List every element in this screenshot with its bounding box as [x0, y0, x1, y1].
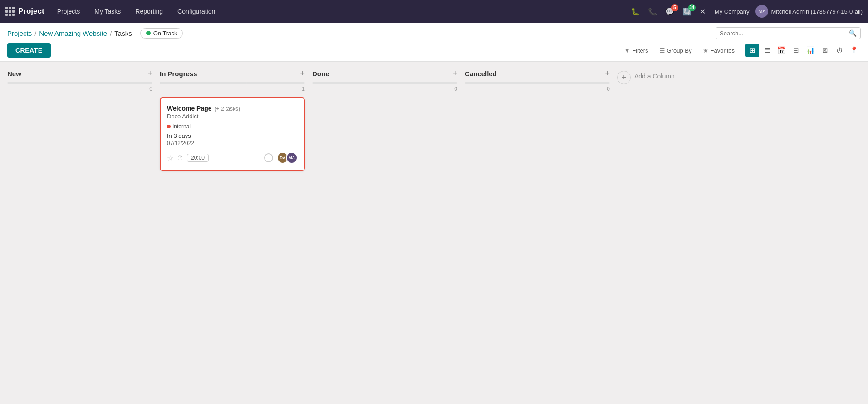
column-cancelled-title: Cancelled — [465, 70, 497, 78]
card-footer: ☆ ⏱ 20:00 DA MA — [167, 152, 298, 164]
chat-icon[interactable]: 💬 5 — [662, 5, 677, 18]
card-footer-right: DA MA — [264, 152, 298, 164]
nav-my-tasks[interactable]: My Tasks — [89, 4, 126, 19]
card-clock-icon[interactable]: ⏱ — [177, 154, 183, 161]
add-column-label: Add a Column — [634, 73, 675, 80]
settings-icon[interactable]: ✕ — [697, 5, 708, 18]
grid-icon — [5, 7, 15, 16]
breadcrumb: Projects / New Amazing Website / Tasks O… — [7, 28, 716, 39]
card-status-circle[interactable] — [264, 153, 273, 162]
user-menu[interactable]: MA Mitchell Admin (17357797-15-0-all) — [755, 5, 863, 18]
view-list[interactable]: ☰ — [760, 44, 774, 57]
bug-icon[interactable]: 🐛 — [628, 5, 642, 18]
nav-configuration[interactable]: Configuration — [172, 4, 221, 19]
breadcrumb-projects[interactable]: Projects — [7, 29, 32, 37]
card-star-icon[interactable]: ☆ — [167, 154, 173, 162]
column-new-title: New — [7, 70, 21, 78]
card-date: 07/12/2022 — [167, 140, 298, 146]
column-new: New + 0 — [7, 69, 152, 386]
column-in-progress-add[interactable]: + — [300, 69, 305, 78]
updates-badge: 34 — [688, 4, 696, 11]
filter-icon: ▼ — [624, 47, 630, 54]
column-done-header: Done + — [312, 69, 457, 78]
view-kanban[interactable]: ⊞ — [745, 44, 759, 57]
chat-badge: 5 — [671, 4, 678, 11]
updates-icon[interactable]: 🔄 34 — [680, 5, 694, 18]
column-new-count: 0 — [7, 86, 152, 92]
star-icon: ★ — [703, 47, 709, 54]
status-badge[interactable]: On Track — [140, 28, 183, 39]
status-dot — [146, 31, 151, 35]
column-new-add[interactable]: + — [147, 69, 152, 78]
add-column-button[interactable]: + — [617, 71, 631, 84]
tag-label-internal: Internal — [172, 123, 191, 130]
view-pivot[interactable]: ⊠ — [818, 44, 832, 57]
card-title: Welcome Page — [167, 105, 212, 112]
card-tag: Internal — [167, 123, 191, 130]
view-calendar[interactable]: 📅 — [775, 44, 788, 57]
card-due: In 3 days — [167, 132, 298, 139]
app-name: Project — [18, 7, 44, 16]
column-done-progress-bar — [312, 82, 457, 84]
toolbar: CREATE ▼ Filters ☰ Group By ★ Favorites … — [0, 39, 868, 62]
column-done-title: Done — [312, 70, 329, 78]
view-chart[interactable]: 📊 — [804, 44, 817, 57]
view-clock[interactable]: ⏱ — [833, 44, 846, 57]
column-in-progress-count: 1 — [160, 86, 305, 92]
toolbar-right: ▼ Filters ☰ Group By ★ Favorites ⊞ ☰ 📅 ⊟… — [620, 44, 861, 57]
card-subtask-count: (+ 2 tasks) — [215, 106, 240, 112]
column-cancelled-add[interactable]: + — [605, 69, 610, 78]
top-navigation: Project Projects My Tasks Reporting Conf… — [0, 0, 868, 23]
column-cancelled: Cancelled + 0 — [465, 69, 610, 386]
group-by-label: Group By — [667, 47, 692, 54]
status-label: On Track — [153, 30, 177, 37]
column-in-progress-title: In Progress — [160, 70, 197, 78]
column-new-progress-bar — [7, 82, 152, 84]
card-customer: Deco Addict — [167, 113, 298, 120]
card-time-badge: 20:00 — [187, 154, 209, 162]
topnav-icons: 🐛 📞 💬 5 🔄 34 ✕ My Company MA Mitchell Ad… — [628, 5, 863, 18]
column-in-progress: In Progress + 1 Welcome Page (+ 2 tasks)… — [160, 69, 305, 386]
create-button[interactable]: CREATE — [7, 43, 51, 58]
column-done-count: 0 — [312, 86, 457, 92]
view-map[interactable]: 📍 — [847, 44, 861, 57]
column-in-progress-bar — [160, 82, 305, 84]
filters-label: Filters — [632, 47, 648, 54]
column-cancelled-header: Cancelled + — [465, 69, 610, 78]
favorites-label: Favorites — [711, 47, 735, 54]
search-bar[interactable]: 🔍 — [716, 27, 861, 39]
column-done-add[interactable]: + — [452, 69, 457, 78]
toolbar-left: CREATE — [7, 43, 51, 58]
favorites-action[interactable]: ★ Favorites — [699, 45, 738, 56]
card-avatar-2: MA — [286, 152, 298, 164]
breadcrumb-tasks: Tasks — [114, 29, 132, 37]
nav-projects[interactable]: Projects — [52, 4, 86, 19]
group-by-action[interactable]: ☰ Group By — [656, 45, 696, 56]
breadcrumb-sep-2: / — [110, 29, 112, 37]
search-input[interactable] — [720, 30, 847, 37]
app-logo[interactable]: Project — [5, 7, 44, 16]
add-column[interactable]: + Add a Column — [617, 69, 708, 386]
company-name[interactable]: My Company — [711, 8, 753, 15]
kanban-board: New + 0 In Progress + 1 Welcome Page (+ … — [0, 62, 868, 393]
column-in-progress-header: In Progress + — [160, 69, 305, 78]
breadcrumb-project-name[interactable]: New Amazing Website — [39, 29, 107, 37]
task-card-welcome-page[interactable]: Welcome Page (+ 2 tasks) Deco Addict Int… — [160, 97, 305, 171]
user-avatar: MA — [755, 5, 768, 18]
nav-reporting[interactable]: Reporting — [130, 4, 168, 19]
tag-dot-internal — [167, 125, 171, 128]
filters-action[interactable]: ▼ Filters — [620, 45, 652, 56]
view-grid[interactable]: ⊟ — [789, 44, 803, 57]
card-footer-left: ☆ ⏱ 20:00 — [167, 154, 209, 162]
view-icons: ⊞ ☰ 📅 ⊟ 📊 ⊠ ⏱ 📍 — [745, 44, 861, 57]
column-cancelled-progress-bar — [465, 82, 610, 84]
column-done: Done + 0 — [312, 69, 457, 386]
group-by-icon: ☰ — [659, 47, 665, 54]
column-cancelled-count: 0 — [465, 86, 610, 92]
user-name: Mitchell Admin (17357797-15-0-all) — [771, 8, 863, 15]
breadcrumb-sep-1: / — [34, 29, 36, 37]
search-icon: 🔍 — [849, 29, 857, 37]
phone-icon[interactable]: 📞 — [645, 5, 660, 18]
column-new-header: New + — [7, 69, 152, 78]
